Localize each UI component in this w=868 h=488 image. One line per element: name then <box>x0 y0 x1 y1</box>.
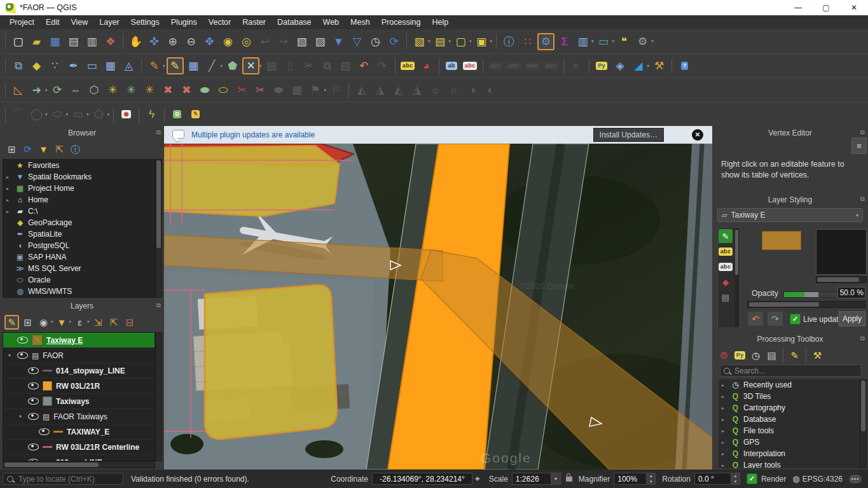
new-spatial-bookmark-button[interactable]: ▼ <box>330 33 347 50</box>
processing-group-interpolation[interactable]: ▸QInterpolation <box>719 448 860 459</box>
save-project-button[interactable]: ▦ <box>46 33 64 50</box>
browser-item-favorites[interactable]: ★Favorites <box>3 160 155 171</box>
chevron-down-icon[interactable]: ▼ <box>551 473 561 485</box>
menu-edit[interactable]: Edit <box>40 17 65 28</box>
minimize-button[interactable]: — <box>784 0 812 15</box>
vertex-tool-button[interactable]: ✕ <box>242 57 259 74</box>
show-sum-button[interactable]: Σ <box>556 33 573 50</box>
browser-properties-button[interactable]: ⓘ <box>68 142 83 157</box>
rotate-label-button[interactable]: abc <box>506 57 523 74</box>
local-cumulative-stretch-button[interactable]: ◭ <box>390 81 407 99</box>
browser-item-geopackage[interactable]: ◆GeoPackage <box>3 217 155 228</box>
pin-labels-button[interactable]: ab <box>443 57 460 74</box>
open-layer-styling-panel-button[interactable]: ✎ <box>4 315 19 330</box>
select-by-location-button[interactable]: ▣ <box>473 33 490 50</box>
add-selected-layers-button[interactable]: ⊞ <box>4 142 19 157</box>
coordinate-display[interactable]: -26.134069°, 28.234214° <box>372 473 472 485</box>
select-features-dropdown-icon[interactable]: ▾ <box>428 39 431 44</box>
local-histogram-stretch-button[interactable]: ◭ <box>353 81 370 99</box>
redo-button[interactable]: ↷ <box>374 57 391 74</box>
filter-legend-button[interactable]: ▼ <box>55 315 69 330</box>
collapse-all-browser-button[interactable]: ⇱ <box>52 142 67 157</box>
visibility-eye-icon[interactable] <box>28 443 39 450</box>
add-group-button[interactable]: ⊞ <box>20 315 35 330</box>
fill-ring-button[interactable]: ✳ <box>141 81 158 99</box>
merge-attributes-button[interactable]: ▦ <box>289 81 306 99</box>
expand-arrow-icon[interactable]: ▸ <box>722 440 727 445</box>
expand-arrow-icon[interactable]: ▸ <box>722 405 727 411</box>
modify-attributes-button[interactable]: ▤ <box>263 57 280 74</box>
delete-part-button[interactable]: ✖ <box>178 81 195 99</box>
menu-view[interactable]: View <box>65 17 93 28</box>
new-spatialite-layer-button[interactable]: ✒ <box>65 57 82 74</box>
styling-hscrollbar[interactable] <box>747 301 865 308</box>
panel-menu-icon[interactable]: ≡ <box>851 137 867 154</box>
expand-arrow-icon[interactable]: ▸ <box>6 197 12 203</box>
history-tab-button[interactable]: ▤ <box>719 290 733 304</box>
symbol-color-swatch[interactable] <box>762 231 801 250</box>
zoom-next-button[interactable]: ↪ <box>275 33 292 50</box>
visibility-eye-icon[interactable] <box>17 337 28 344</box>
collapse-all-layers-button[interactable]: ⇱ <box>107 315 121 330</box>
style-manager-button[interactable]: ❖ <box>102 33 119 50</box>
processing-group-layer-tools[interactable]: ▸QLayer tools <box>719 459 860 468</box>
live-update-checkbox[interactable] <box>790 314 801 324</box>
cut-features-button[interactable]: ✂ <box>300 57 317 74</box>
close-notification-icon[interactable]: ✕ <box>692 129 703 141</box>
labels-tab-button[interactable]: abc <box>719 244 733 258</box>
render-checkbox[interactable] <box>747 473 757 484</box>
processing-group-3d-tiles[interactable]: ▸Q3D Tiles <box>719 391 860 402</box>
merge-features-button[interactable]: ⬬ <box>270 81 287 99</box>
add-ring-button[interactable]: ✳ <box>104 81 121 99</box>
georeferencer-plugin-button[interactable]: ◉ <box>118 106 135 123</box>
new-temporary-layer-button[interactable]: ▭ <box>83 57 100 74</box>
expand-arrow-icon[interactable]: ▸ <box>722 417 727 422</box>
install-updates-button[interactable]: Install Updates… <box>593 128 664 142</box>
symbology-tab-button[interactable]: ✎ <box>719 229 733 243</box>
browser-item-sap-hana[interactable]: ▣SAP HANA <box>3 251 155 263</box>
expand-arrow-icon[interactable]: ▸ <box>722 428 727 434</box>
pan-to-selection-button[interactable]: ✜ <box>146 33 163 50</box>
move-feature-button[interactable]: ➜ <box>28 81 45 99</box>
masks-tab-button[interactable]: abc <box>719 260 733 274</box>
identify-features-button[interactable]: ⓘ <box>500 33 518 50</box>
decrease-contrast-button[interactable]: ◐ <box>482 81 499 99</box>
expand-all-button[interactable]: ⇲ <box>91 315 106 330</box>
pan-map-button[interactable]: ✋ <box>127 33 144 50</box>
browser-item-postgresql[interactable]: ◖PostgreSQL <box>3 240 155 251</box>
layer-item-rw-03l-21r-centerline[interactable]: RW 03L/21R Centerline <box>3 440 155 455</box>
split-parts-button[interactable]: ✂ <box>252 81 269 99</box>
undo-style-button[interactable]: ↶ <box>747 311 764 326</box>
new-print-layout-button[interactable]: ▤ <box>65 33 82 50</box>
apply-button[interactable]: Apply <box>839 311 865 326</box>
zoom-in-button[interactable]: ⊕ <box>164 33 181 50</box>
zoom-to-layer-button[interactable]: ◎ <box>238 33 255 50</box>
processing-scrollbar[interactable] <box>860 379 867 468</box>
digitize-rectangle-dropdown-icon[interactable]: ▾ <box>86 112 89 117</box>
data-source-manager-button[interactable]: ⧉ <box>10 57 27 74</box>
map-tips-button[interactable]: ❝ <box>616 33 633 50</box>
manage-map-themes-dropdown-icon[interactable]: ▾ <box>51 319 53 324</box>
layer-item-faor[interactable]: ▾▤FAOR <box>3 348 155 363</box>
browser-item-spatialite[interactable]: ✒SpatiaLite <box>3 228 155 240</box>
delete-selected-button[interactable]: ▯ <box>282 57 299 74</box>
digitize-ellipse-button[interactable]: ⬭ <box>49 106 66 123</box>
statistical-summary-button[interactable]: ∷ <box>519 33 536 50</box>
label-toolbar-extra-button[interactable]: abc <box>542 57 560 74</box>
cad-tools-button[interactable]: ◺ <box>10 81 27 99</box>
select-features-button[interactable]: ▧ <box>411 33 428 50</box>
layer-item-014-stopway-line[interactable]: 014_stopway_LINE <box>3 363 155 379</box>
menu-processing[interactable]: Processing <box>376 17 427 28</box>
expand-arrow-icon[interactable]: ▸ <box>6 174 12 180</box>
browser-item-oracle[interactable]: ⬭Oracle <box>3 274 155 286</box>
menu-raster[interactable]: Raster <box>237 17 272 28</box>
select-features-by-value-button[interactable]: ▤ <box>432 33 449 50</box>
digitize-regular-polygon-button[interactable]: ⬠ <box>90 106 107 123</box>
processing-toolbox-button[interactable]: ⚙ <box>537 33 555 50</box>
vscode-plugin-button[interactable]: ◢ <box>630 57 647 74</box>
visibility-eye-icon[interactable] <box>28 413 39 420</box>
expand-arrow-icon[interactable]: ▸ <box>722 394 727 400</box>
processing-group-file-tools[interactable]: ▸QFile tools <box>719 425 860 436</box>
current-edits-dropdown-icon[interactable]: ▾ <box>163 64 165 69</box>
expand-arrow-icon[interactable]: ▸ <box>6 209 12 214</box>
